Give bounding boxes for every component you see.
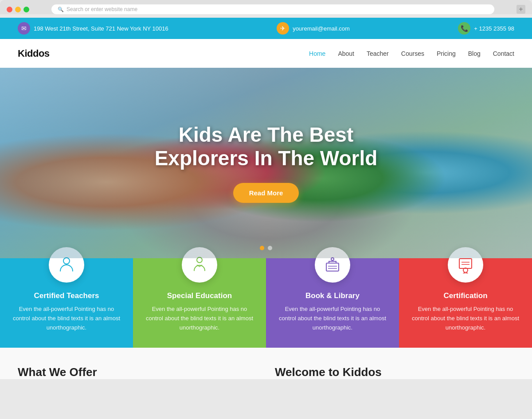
search-icon: 🔍 [58, 7, 64, 12]
browser-chrome: 🔍 Search or enter website name + [0, 0, 532, 14]
close-button[interactable] [7, 7, 12, 12]
book-library-title: Book & Library [277, 291, 388, 300]
browser-controls: 🔍 Search or enter website name + [7, 4, 525, 14]
feature-special-education: Special Education Even the all-powerful … [133, 258, 266, 348]
nav-teacher[interactable]: Teacher [367, 50, 389, 57]
book-library-desc: Even the all-powerful Pointing has no co… [277, 305, 388, 332]
special-education-title: Special Education [144, 291, 255, 300]
features-section: Certified Teachers Even the all-powerful… [0, 258, 532, 348]
svg-point-0 [63, 258, 70, 264]
special-education-desc: Even the all-powerful Pointing has no co… [144, 305, 255, 332]
phone-info: 📞 + 1235 2355 98 [458, 22, 514, 35]
traffic-lights [7, 7, 29, 12]
address-bar[interactable]: 🔍 Search or enter website name [51, 4, 494, 14]
top-bar: ✉ 198 West 21th Street, Suite 721 New Yo… [0, 18, 532, 39]
maximize-button[interactable] [23, 7, 29, 12]
mail-icon: ✉ [18, 22, 30, 35]
bottom-section: What We Offer Welcome to Kiddos [0, 348, 532, 379]
what-we-offer-heading: What We Offer [18, 365, 257, 379]
hero-dots [260, 246, 272, 250]
hero-section: Kids Are The Best Explorers In The World… [0, 68, 532, 258]
nav-pricing[interactable]: Pricing [437, 50, 456, 57]
site-logo[interactable]: Kiddos [18, 48, 50, 59]
nav-links: Home About Teacher Courses Pricing Blog … [309, 50, 514, 57]
dot-2[interactable] [268, 246, 272, 250]
nav-blog[interactable]: Blog [468, 50, 481, 57]
nav-about[interactable]: About [338, 50, 354, 57]
nav-home[interactable]: Home [309, 50, 325, 57]
address-text: 198 West 21th Street, Suite 721 New York… [34, 25, 168, 32]
feature-certification: Certification Even the all-powerful Poin… [399, 258, 532, 348]
minimize-button[interactable] [15, 7, 21, 12]
email-text: youremail@email.com [293, 25, 350, 32]
nav-courses[interactable]: Courses [401, 50, 424, 57]
nav-contact[interactable]: Contact [493, 50, 514, 57]
dot-1[interactable] [260, 246, 264, 250]
email-info: ✈ youremail@email.com [277, 22, 350, 35]
feature-book-library: Book & Library Even the all-powerful Poi… [266, 258, 399, 348]
svg-rect-2 [326, 263, 339, 271]
new-tab-button[interactable]: + [516, 5, 525, 14]
hero-content: Kids Are The Best Explorers In The World… [155, 123, 378, 203]
hero-title: Kids Are The Best Explorers In The World [155, 123, 378, 170]
website-content: ✉ 198 West 21th Street, Suite 721 New Yo… [0, 18, 532, 379]
address-info: ✉ 198 West 21th Street, Suite 721 New Yo… [18, 22, 168, 35]
phone-text: + 1235 2355 98 [474, 25, 514, 32]
svg-rect-6 [459, 259, 472, 268]
certified-teachers-title: Certified Teachers [11, 291, 122, 300]
welcome-heading: Welcome to Kiddos [275, 365, 514, 379]
navbar: Kiddos Home About Teacher Courses Pricin… [0, 39, 532, 68]
address-bar-text: Search or enter website name [66, 6, 137, 12]
read-more-button[interactable]: Read More [233, 183, 299, 203]
phone-icon: 📞 [458, 22, 470, 35]
email-icon: ✈ [277, 22, 289, 35]
certification-title: Certification [410, 291, 521, 300]
feature-certified-teachers: Certified Teachers Even the all-powerful… [0, 258, 133, 348]
certification-desc: Even the all-powerful Pointing has no co… [410, 305, 521, 332]
certified-teachers-desc: Even the all-powerful Pointing has no co… [11, 305, 122, 332]
